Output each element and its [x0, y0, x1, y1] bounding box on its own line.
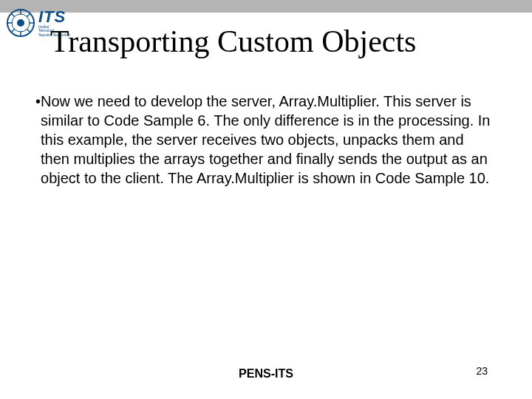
svg-line-7 [27, 29, 30, 32]
footer-center-label: PENS-ITS [0, 367, 532, 381]
bullet-text: Now we need to develop the server, Array… [41, 92, 494, 188]
slide: ITS Institut Teknologi Sepuluh Nopember … [0, 0, 532, 399]
bullet-marker: • [35, 92, 41, 111]
page-number: 23 [476, 365, 488, 377]
svg-line-6 [12, 14, 15, 17]
institution-emblem-icon [6, 8, 35, 38]
slide-title: Transporting Custom Objects [50, 24, 416, 59]
svg-line-9 [12, 29, 15, 32]
svg-point-10 [17, 19, 24, 27]
svg-line-8 [27, 14, 30, 17]
bullet-item: • Now we need to develop the server, Arr… [35, 92, 494, 188]
body-content: • Now we need to develop the server, Arr… [35, 92, 494, 188]
logo-acronym: ITS [38, 9, 70, 25]
